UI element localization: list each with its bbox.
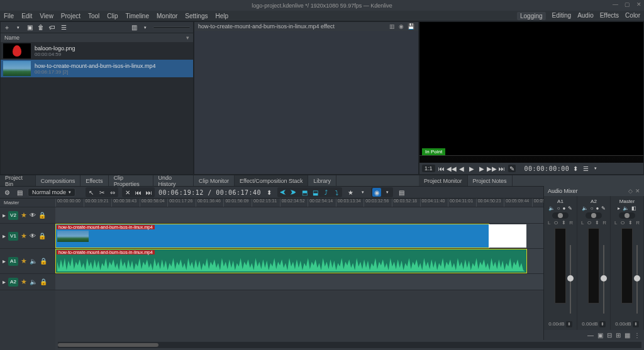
extract-icon[interactable]: ⤵	[332, 188, 341, 197]
tab-effect-stack[interactable]: Effect/Composition Stack	[235, 175, 308, 186]
menu-timeline[interactable]: Timeline	[126, 13, 149, 19]
effect-split-icon[interactable]: ▥	[389, 23, 395, 30]
star-icon[interactable]: ★	[21, 232, 27, 240]
effect-save-icon[interactable]: 💾	[408, 23, 414, 30]
workspace-effects[interactable]: Effects	[600, 12, 619, 20]
view-options-icon[interactable]: ⋮	[634, 332, 640, 339]
timeline-settings-icon[interactable]: ⚙	[3, 188, 11, 197]
video-clip[interactable]: how-to-create-mount-and-burn-isos-in-lin…	[55, 224, 489, 248]
tab-undo-history[interactable]: Undo History	[153, 175, 194, 186]
menu-edit[interactable]: Edit	[21, 13, 32, 19]
zone-in-icon[interactable]: ⮜	[279, 188, 287, 197]
tab-clip-monitor[interactable]: Clip Monitor	[194, 175, 235, 186]
expand-icon[interactable]: ▸	[3, 278, 6, 285]
master-label[interactable]: Master	[4, 200, 19, 205]
star-icon[interactable]: ★	[21, 211, 27, 219]
monitor-icon[interactable]: ◧	[631, 205, 636, 211]
workspace-audio[interactable]: Audio	[577, 12, 594, 20]
fit-icon[interactable]: ▣	[597, 332, 603, 339]
tab-clip-properties[interactable]: Clip Properties	[109, 175, 153, 186]
bin-column-name[interactable]: Name	[4, 35, 19, 41]
mute-icon[interactable]: 🔈	[582, 205, 588, 211]
volume-slider[interactable]	[601, 245, 606, 314]
folder-icon[interactable]: ▣	[26, 24, 33, 31]
menu-monitor[interactable]: Monitor	[157, 13, 177, 19]
preview-render-icon[interactable]: ◉	[372, 188, 381, 197]
menu-tool[interactable]: Tool	[88, 13, 99, 19]
menu-project[interactable]: Project	[61, 13, 80, 19]
mute-icon[interactable]: 🔈	[30, 278, 37, 285]
mute-icon[interactable]: 👁	[30, 232, 36, 239]
edit-mode-icon[interactable]: ✎	[508, 165, 516, 172]
workspace-color[interactable]: Color	[625, 12, 640, 20]
timeline-scrollbar[interactable]	[58, 342, 641, 348]
lock-icon[interactable]: 🔒	[40, 278, 47, 285]
delete-icon[interactable]: 🗑	[37, 24, 45, 31]
lock-icon[interactable]: 🔒	[38, 212, 46, 219]
step-back-icon[interactable]: ◀	[458, 165, 465, 172]
add-clip-dropdown-icon[interactable]: ▾	[14, 24, 22, 31]
menu-file[interactable]: File	[4, 13, 14, 19]
razor-tool-icon[interactable]: ✂	[97, 188, 106, 197]
grid-icon[interactable]: ▦	[625, 332, 630, 339]
favorite-dropdown-icon[interactable]: ▾	[358, 188, 367, 197]
expand-icon[interactable]: ▸	[3, 212, 6, 219]
monitor-menu-dropdown-icon[interactable]: ▾	[592, 165, 599, 172]
tab-library[interactable]: Library	[308, 175, 336, 186]
forward-icon[interactable]: ▶▶	[488, 165, 496, 172]
view-mode-icon[interactable]: ▥	[130, 24, 138, 31]
balance-knob[interactable]	[552, 212, 569, 219]
expand-icon[interactable]: ▸	[3, 258, 6, 265]
play-icon[interactable]: ▶	[468, 165, 475, 172]
workspace-editing[interactable]: Editing	[552, 12, 572, 20]
close-button[interactable]: ✕	[636, 1, 641, 8]
monitor-menu-icon[interactable]: ☰	[582, 165, 589, 172]
expand-icon[interactable]: ▸	[618, 205, 620, 211]
tab-project-monitor[interactable]: Project Monitor	[419, 175, 468, 186]
rec-icon[interactable]: ●	[563, 205, 566, 211]
zoom-in-icon[interactable]: ⊞	[616, 332, 621, 339]
timecode-spinner-icon[interactable]: ⬍	[572, 165, 579, 172]
mute-icon[interactable]: 👁	[30, 212, 36, 219]
star-icon[interactable]: ★	[21, 278, 27, 286]
overwrite-icon[interactable]: ⬒	[300, 188, 309, 197]
track-head-a2[interactable]: ▸ A2 ★ 🔈 🔒	[0, 274, 55, 290]
menu-clip[interactable]: Clip	[107, 13, 118, 19]
track-compositing-icon[interactable]: ▤	[15, 188, 24, 197]
mute-icon[interactable]: 🔈	[30, 258, 37, 265]
skip-end-icon[interactable]: ⏭	[145, 188, 153, 197]
zoom-ratio-label[interactable]: 1:1	[422, 165, 435, 172]
project-monitor-viewport[interactable]: In Point	[419, 22, 643, 163]
preview-dropdown-icon[interactable]: ▾	[383, 188, 392, 197]
rewind-icon[interactable]: ◀◀	[448, 165, 455, 172]
skip-start-icon[interactable]: ⏮	[134, 188, 143, 197]
go-start-icon[interactable]: ⏮	[438, 165, 445, 172]
lift-icon[interactable]: ⤴	[321, 188, 330, 197]
track-head-a1[interactable]: ▸ A1 ★ 🔈 🔒	[0, 249, 55, 274]
star-icon[interactable]: ★	[21, 257, 27, 265]
zoom-out-icon[interactable]: ⊟	[607, 332, 612, 339]
expand-icon[interactable]: ▸	[3, 232, 6, 239]
solo-icon[interactable]: ○	[591, 205, 594, 211]
menu-settings[interactable]: Settings	[185, 13, 208, 19]
balance-knob[interactable]	[586, 212, 602, 219]
timeline-timecode[interactable]: 00:06:19:12 / 00:06:17:40	[158, 189, 261, 196]
search-input[interactable]	[153, 26, 191, 29]
add-clip-icon[interactable]: ＋	[3, 24, 11, 31]
effect-visibility-icon[interactable]: ◉	[399, 23, 404, 30]
tab-project-bin[interactable]: Project Bin	[0, 175, 36, 186]
insert-icon[interactable]: ⬓	[311, 188, 319, 197]
fx-icon[interactable]: ✎	[601, 205, 606, 211]
lock-icon[interactable]: 🔒	[40, 258, 47, 265]
maximize-button[interactable]: ▢	[625, 1, 630, 8]
track-head-v1[interactable]: ▸ V1 ★ 👁 🔒	[0, 224, 55, 249]
timecode-spinner-icon[interactable]: ⬍	[265, 188, 274, 197]
bin-header-dropdown-icon[interactable]: ▾	[186, 35, 189, 41]
minimize-button[interactable]: —	[613, 1, 618, 8]
cut-icon[interactable]: ✕	[123, 188, 132, 197]
edit-mode-selector[interactable]: Normal mode▾	[28, 188, 75, 197]
lock-icon[interactable]: 🔒	[38, 232, 46, 239]
tag-icon[interactable]: 🏷	[48, 24, 56, 31]
track-head-v2[interactable]: ▸ V2 ★ 👁 🔒	[0, 207, 55, 224]
mute-icon[interactable]: 🔈	[548, 205, 555, 211]
